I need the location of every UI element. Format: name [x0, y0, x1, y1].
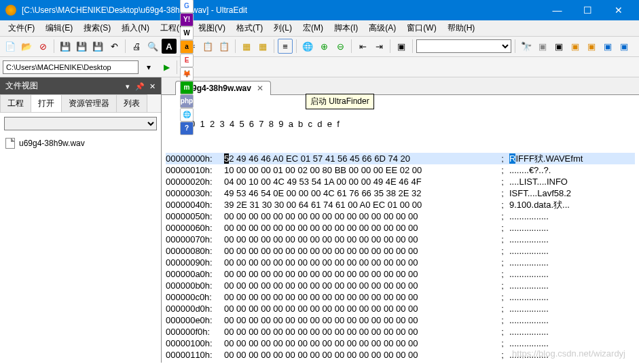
browser-icon[interactable]: 🌐 — [300, 39, 315, 54]
menu-11[interactable]: 窗口(W) — [401, 21, 441, 35]
save-all-icon[interactable]: 💾 — [90, 39, 105, 54]
tab-close-icon[interactable]: ✕ — [257, 84, 263, 93]
hex-row[interactable]: 00000090h: 00 00 00 00 00 00 00 00 00 00… — [166, 257, 635, 268]
revert-icon[interactable]: ↶ — [107, 39, 122, 54]
menu-2[interactable]: 搜索(S) — [78, 21, 116, 35]
menu-8[interactable]: 宏(M) — [297, 21, 329, 35]
panel-title-bar: 文件视图 ▾ 📌 ✕ — [0, 77, 161, 94]
ultrafinder-icon[interactable]: ⊕ — [316, 39, 331, 54]
help-icon[interactable]: ? — [180, 122, 194, 135]
print-preview-icon[interactable]: 🔍 — [145, 39, 160, 54]
menu-9[interactable]: 脚本(I) — [329, 21, 363, 35]
binoculars-icon[interactable]: 🔭 — [519, 39, 534, 54]
file-icon — [5, 138, 15, 149]
hex-column-header: 0 1 2 3 4 5 6 7 8 9 a b c d e f — [166, 118, 635, 130]
hex-row[interactable]: 00000060h: 00 00 00 00 00 00 00 00 00 00… — [166, 222, 635, 234]
ultracompare-icon[interactable]: ⊖ — [333, 39, 348, 54]
hex-row[interactable]: 000000d0h: 00 00 00 00 00 00 00 00 00 00… — [166, 303, 635, 314]
shell-icon[interactable]: ▣ — [394, 39, 409, 54]
filter-combo[interactable] — [4, 117, 157, 130]
hex-row[interactable]: 00000100h: 00 00 00 00 00 00 00 00 00 00… — [166, 338, 635, 349]
panel-dropdown-icon[interactable]: ▾ — [126, 82, 130, 90]
file-view-panel: 文件视图 ▾ 📌 ✕ 工程打开资源管理器列表 u69g4-38h9w.wav — [0, 77, 162, 363]
hex-row[interactable]: 00000040h: 39 2E 31 30 30 00 64 61 74 61… — [166, 199, 635, 211]
path-dropdown-icon[interactable]: ▾ — [141, 60, 156, 75]
msn-icon[interactable]: m — [180, 81, 194, 94]
menu-6[interactable]: 格式(T) — [231, 21, 268, 35]
menubar: 文件(F)编辑(E)搜索(S)插入(N)工程(P)视图(V)格式(T)列(L)宏… — [0, 20, 639, 37]
open-file-icon[interactable]: 📂 — [19, 39, 34, 54]
yahoo-icon[interactable]: Y! — [180, 13, 194, 26]
minimize-button[interactable]: — — [542, 0, 572, 20]
side-tab-打开[interactable]: 打开 — [31, 94, 62, 112]
copy-icon[interactable]: 📋 — [200, 39, 215, 54]
wordwrap-icon[interactable]: ≡ — [278, 39, 293, 54]
new-file-icon[interactable]: 📄 — [3, 39, 18, 54]
menu-3[interactable]: 插入(N) — [116, 21, 155, 35]
google-icon[interactable]: G — [180, 0, 194, 13]
hex-row[interactable]: 00000000h: 52 49 46 46 A0 EC 01 57 41 56… — [166, 153, 635, 164]
menu-5[interactable]: 视图(V) — [193, 21, 231, 35]
file-name: u69g4-38h9w.wav — [19, 139, 85, 148]
menu-12[interactable]: 帮助(H) — [442, 21, 481, 35]
hex-row[interactable]: 000000f0h: 00 00 00 00 00 00 00 00 00 00… — [166, 326, 635, 338]
syntax-combo[interactable] — [416, 39, 511, 53]
toolbar-address: ▾ ▶ GY!WaE🦊mphp🌐? 启动 UltraFinder — [0, 57, 639, 77]
side-tab-工程[interactable]: 工程 — [0, 94, 31, 112]
path-input[interactable] — [3, 60, 139, 74]
panel-close-icon[interactable]: ✕ — [149, 82, 156, 90]
php-icon[interactable]: php — [180, 94, 194, 108]
editor-tabstrip: u69g4-38h9w.wav ✕ — [162, 77, 639, 95]
tool3-icon[interactable]: ▣ — [568, 39, 583, 54]
save-as-icon[interactable]: 💾 — [74, 39, 89, 54]
tooltip: 启动 UltraFinder — [306, 94, 374, 109]
hex-row[interactable]: 000000a0h: 00 00 00 00 00 00 00 00 00 00… — [166, 268, 635, 280]
toggle2-icon[interactable]: ▦ — [255, 39, 270, 54]
web-icon[interactable]: 🌐 — [180, 108, 194, 122]
hex-row[interactable]: 00000070h: 00 00 00 00 00 00 00 00 00 00… — [166, 234, 635, 245]
hex-row[interactable]: 00000120h: 00 00 00 00 00 00 00 00 00 00… — [166, 361, 635, 363]
side-tab-列表[interactable]: 列表 — [116, 94, 147, 112]
hex-row[interactable]: 000000e0h: 00 00 00 00 00 00 00 00 00 00… — [166, 314, 635, 326]
toggle1-icon[interactable]: ▦ — [239, 39, 254, 54]
hex-row[interactable]: 00000020h: 04 00 10 00 4C 49 53 54 1A 00… — [166, 176, 635, 187]
paste-icon[interactable]: 📋 — [217, 39, 232, 54]
print-icon[interactable]: 🖨 — [129, 39, 144, 54]
save-icon[interactable]: 💾 — [58, 39, 73, 54]
hex-row[interactable]: 00000010h: 10 00 00 00 01 00 02 00 80 BB… — [166, 164, 635, 176]
font-icon[interactable]: A — [162, 39, 177, 54]
hex-row[interactable]: 000000b0h: 00 00 00 00 00 00 00 00 00 00… — [166, 280, 635, 291]
menu-7[interactable]: 列(L) — [268, 21, 297, 35]
panel-pin-icon[interactable]: 📌 — [135, 82, 145, 90]
tool5-icon[interactable]: ▣ — [600, 39, 615, 54]
maximize-button[interactable]: ☐ — [572, 0, 603, 20]
tool4-icon[interactable]: ▣ — [584, 39, 599, 54]
firefox-icon[interactable]: 🦊 — [180, 67, 194, 81]
close-button[interactable]: ✕ — [603, 0, 634, 20]
app-icon — [5, 5, 16, 16]
hex-row[interactable]: 00000110h: 00 00 00 00 00 00 00 00 00 00… — [166, 349, 635, 361]
wikipedia-icon[interactable]: W — [180, 26, 194, 40]
hex-row[interactable]: 000000c0h: 00 00 00 00 00 00 00 00 00 00… — [166, 291, 635, 303]
panel-tabs: 工程打开资源管理器列表 — [0, 94, 161, 113]
close-doc-icon[interactable]: ⊘ — [35, 39, 50, 54]
panel-title: 文件视图 — [5, 80, 38, 92]
hex-row[interactable]: 00000030h: 49 53 46 54 0E 00 00 00 4C 61… — [166, 187, 635, 199]
menu-0[interactable]: 文件(F) — [3, 21, 40, 35]
menu-10[interactable]: 高级(A) — [363, 21, 401, 35]
tool6-icon[interactable]: ▣ — [617, 39, 632, 54]
hex-row[interactable]: 00000050h: 00 00 00 00 00 00 00 00 00 00… — [166, 211, 635, 222]
file-item[interactable]: u69g4-38h9w.wav — [4, 136, 157, 151]
amazon-icon[interactable]: a — [180, 40, 194, 54]
hex-row[interactable]: 00000080h: 00 00 00 00 00 00 00 00 00 00… — [166, 245, 635, 257]
go-icon[interactable]: ▶ — [159, 60, 174, 75]
titlebar: [C:\Users\MACHENIKE\Desktop\u69g4-38h9w.… — [0, 0, 639, 20]
indent-right-icon[interactable]: ⇥ — [371, 39, 386, 54]
tool2-icon[interactable]: ▣ — [551, 39, 566, 54]
indent-left-icon[interactable]: ⇤ — [355, 39, 370, 54]
menu-1[interactable]: 编辑(E) — [40, 21, 78, 35]
side-tab-资源管理器[interactable]: 资源管理器 — [61, 94, 117, 112]
tool1-icon[interactable]: ▣ — [535, 39, 550, 54]
hex-editor[interactable]: 0 1 2 3 4 5 6 7 8 9 a b c d e f 00000000… — [162, 95, 639, 363]
ebay-icon[interactable]: E — [180, 54, 194, 67]
